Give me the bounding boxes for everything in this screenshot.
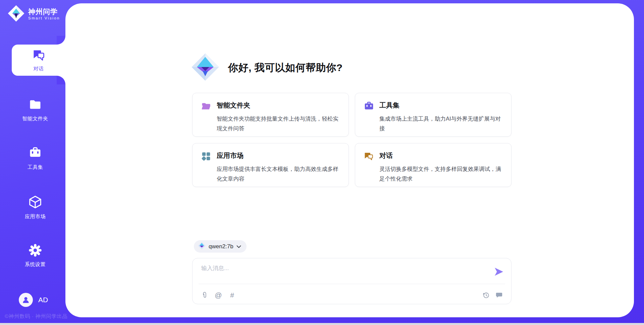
send-button[interactable] <box>494 267 504 276</box>
feedback-bubble-icon <box>495 291 503 299</box>
sidebar-item-app-market[interactable]: 应用市场 <box>8 195 62 220</box>
card-title: 应用市场 <box>217 151 339 160</box>
card-app-market[interactable]: 应用市场 应用市场提供丰富长文本模板，助力高效生成多样化文章内容 <box>192 143 349 187</box>
sidebar-item-label: 系统设置 <box>25 261 46 268</box>
brand-diamond-icon <box>7 5 25 23</box>
copyright-text: ©神州数码 · 神州问学出品 <box>5 313 67 320</box>
sidebar-item-label: 应用市场 <box>25 213 46 220</box>
card-description: 灵活切换多模型文件，支持多样回复效果调试，满足个性化需求 <box>379 164 502 184</box>
paperclip-icon <box>201 291 208 299</box>
model-selector[interactable]: qwen2:7b <box>194 240 247 253</box>
toolbox-icon <box>364 101 374 113</box>
sidebar-item-label: 对话 <box>34 66 44 72</box>
brand-name-cn: 神州问学 <box>28 8 60 16</box>
sidebar-item-chat[interactable]: 对话 <box>12 45 65 76</box>
sidebar-item-label: 智能文件夹 <box>22 116 48 122</box>
assistant-diamond-icon <box>191 53 219 82</box>
viewport-bottom-edge <box>0 323 644 325</box>
card-title: 对话 <box>379 151 502 160</box>
sidebar-item-settings[interactable]: 系统设置 <box>8 244 62 268</box>
card-smart-folder[interactable]: 智能文件夹 智能文件夹功能支持批量文件上传与清洗，轻松实现文件问答 <box>192 93 349 137</box>
history-button[interactable] <box>482 291 490 299</box>
chevron-down-icon <box>236 244 241 250</box>
at-icon: @ <box>215 291 222 299</box>
send-icon <box>494 267 504 276</box>
brand-name-en: Smart Vision <box>28 16 60 21</box>
history-clock-icon <box>482 291 490 299</box>
hashtag-button[interactable]: # <box>228 291 236 299</box>
composer-tools-right <box>482 291 503 299</box>
gear-icon <box>29 244 42 258</box>
model-name: qwen2:7b <box>209 243 233 250</box>
card-toolbox[interactable]: 工具集 集成市场上主流工具，助力AI与外界无缝扩展与对接 <box>355 93 512 137</box>
folder-open-icon <box>201 101 211 113</box>
model-diamond-icon <box>198 242 206 251</box>
sidebar-item-toolbox[interactable]: 工具集 <box>8 146 62 171</box>
chat-bubbles-icon <box>364 151 374 162</box>
card-chat[interactable]: 对话 灵活切换多模型文件，支持多样回复效果调试，满足个性化需求 <box>355 143 512 187</box>
feedback-button[interactable] <box>495 291 503 299</box>
app-grid-icon <box>201 151 211 162</box>
toolbox-icon <box>29 146 42 161</box>
card-title: 智能文件夹 <box>217 101 339 110</box>
cube-icon <box>28 195 42 210</box>
greeting-block: 你好, 我可以如何帮助你? <box>191 53 343 82</box>
attachment-button[interactable] <box>201 291 209 299</box>
brand-logo: 神州问学 Smart Vision <box>7 5 60 23</box>
card-description: 集成市场上主流工具，助力AI与外界无缝扩展与对接 <box>379 114 502 133</box>
sidebar-item-label: 工具集 <box>28 164 43 171</box>
hashtag-icon: # <box>230 291 234 299</box>
user-account[interactable]: AD <box>19 293 48 307</box>
tab-fillet-bottom <box>57 76 65 84</box>
message-input[interactable] <box>201 264 484 282</box>
chat-bubbles-icon <box>32 48 45 63</box>
composer-divider <box>199 284 505 284</box>
mention-button[interactable]: @ <box>214 291 222 299</box>
composer-tools-left: @ # <box>201 291 236 299</box>
card-title: 工具集 <box>379 101 502 110</box>
app-root: 神州问学 Smart Vision 对话 智能文件夹 <box>0 0 644 325</box>
avatar <box>19 293 33 307</box>
card-description: 智能文件夹功能支持批量文件上传与清洗，轻松实现文件问答 <box>217 114 339 133</box>
sidebar-item-smart-folder[interactable]: 智能文件夹 <box>8 98 62 122</box>
folder-icon <box>29 98 42 113</box>
message-composer: @ # <box>192 258 512 304</box>
feature-cards: 智能文件夹 智能文件夹功能支持批量文件上传与清洗，轻松实现文件问答 工具集 集成… <box>192 93 512 187</box>
greeting-title: 你好, 我可以如何帮助你? <box>228 61 343 75</box>
user-initials: AD <box>38 296 48 304</box>
card-description: 应用市场提供丰富长文本模板，助力高效生成多样化文章内容 <box>217 164 339 184</box>
tab-fillet-top <box>57 36 65 45</box>
